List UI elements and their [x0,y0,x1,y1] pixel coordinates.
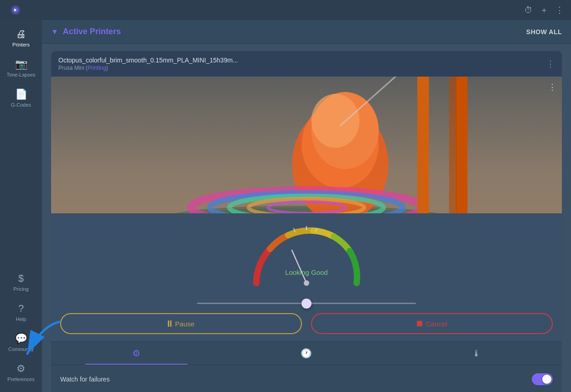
filter-icon: ▼ [51,28,58,36]
watch-failures-toggle[interactable] [532,373,553,385]
tab-bar: ⚙ 🕐 🌡 [51,341,562,365]
sidebar-item-timelapses[interactable]: 📷 Time-Lapses [3,54,39,82]
svg-line-21 [292,250,306,283]
progress-slider[interactable] [197,303,416,304]
pause-button[interactable]: Pause [60,313,302,334]
more-options-icon[interactable]: ⋮ [555,5,564,15]
sidebar-item-label: Time-Lapses [6,72,35,77]
pause-icon [168,320,171,327]
gauge-container: Looking Good [243,222,370,295]
gauge-svg: Looking Good [243,224,370,294]
svg-rect-17 [449,77,457,213]
pricing-icon: $ [18,273,24,284]
sidebar-item-label: Help [16,316,26,322]
main-content: ▼ Active Printers SHOW ALL Octopus_color… [42,20,571,392]
sidebar-bottom: $ Pricing ? Help 💬 Community ⚙ Preferenc… [0,268,42,392]
cancel-icon [417,321,422,326]
temp-tab-icon: 🌡 [472,348,481,359]
print-subtitle: Prusa Mini (Printing) [58,65,238,71]
svg-rect-14 [417,77,429,213]
tab-temp[interactable]: 🌡 [392,342,562,365]
active-printers-label: Active Printers [63,27,121,36]
cancel-label: Cancel [426,320,447,328]
sidebar-item-gcodes[interactable]: 📄 G-Codes [3,84,39,112]
sidebar-item-label: Preferences [7,377,34,382]
sidebar-item-pricing[interactable]: $ Pricing [3,268,39,296]
sidebar-item-label: Community [8,346,34,352]
sidebar-item-label: Pricing [13,286,29,292]
watch-failures-label: Watch for failures [60,376,109,383]
gcodes-icon: 📄 [15,88,27,100]
help-icon: ? [18,303,24,315]
show-all-button[interactable]: SHOW ALL [526,28,562,36]
svg-text:Looking Good: Looking Good [285,268,327,276]
community-icon: 💬 [15,333,27,345]
action-buttons: Pause Cancel [51,313,562,341]
printing-status[interactable]: Printing [88,65,106,71]
app-logo [7,2,24,18]
preferences-icon: ⚙ [16,363,26,375]
print-title: Octopus_colorful_brim_smooth_0.15mm_PLA_… [58,57,238,64]
sidebar-item-printers[interactable]: 🖨 Printers [3,24,39,52]
header-title: ▼ Active Printers [51,27,121,36]
image-more-icon[interactable]: ⋮ [548,82,556,92]
print-card-header: Octopus_colorful_brim_smooth_0.15mm_PLA_… [51,51,562,77]
svg-point-7 [311,94,360,148]
cancel-button[interactable]: Cancel [311,313,553,334]
sidebar-item-label: G-Codes [11,102,31,108]
sidebar-item-community[interactable]: 💬 Community [3,328,39,356]
svg-rect-13 [456,77,467,213]
header-bar: ▼ Active Printers SHOW ALL [42,20,571,44]
print-card-info: Octopus_colorful_brim_smooth_0.15mm_PLA_… [58,57,238,71]
svg-point-22 [304,280,309,286]
card-more-icon[interactable]: ⋮ [546,59,555,69]
top-bar: ⏱ ＋ ⋮ [0,0,571,20]
timelapses-icon: 📷 [15,58,27,70]
slider-thumb [301,299,311,309]
settings-tab-icon: ⚙ [132,348,140,359]
sidebar: 🖨 Printers 📷 Time-Lapses 📄 G-Codes $ Pri… [0,20,42,392]
settings-section: Watch for failures Pause on detected fai… [51,365,562,392]
tab-time[interactable]: 🕐 [221,342,391,365]
sidebar-item-help[interactable]: ? Help [3,298,39,326]
print-card: Octopus_colorful_brim_smooth_0.15mm_PLA_… [51,51,562,392]
sidebar-item-preferences[interactable]: ⚙ Preferences [3,358,39,387]
print-image-svg [51,77,562,213]
printers-icon: 🖨 [16,28,26,40]
time-tab-icon: 🕐 [301,348,312,359]
timer-icon[interactable]: ⏱ [524,5,533,15]
top-bar-actions: ⏱ ＋ ⋮ [524,5,564,15]
sidebar-item-label: Printers [12,42,30,47]
print-image-area: ⋮ [51,77,562,213]
add-icon[interactable]: ＋ [540,5,548,15]
printer-name: Prusa Mini [58,65,84,71]
gauge-area: Looking Good [51,213,562,313]
tab-settings[interactable]: ⚙ [51,342,221,365]
pause-label: Pause [175,320,195,328]
watch-failures-row: Watch for failures [51,365,562,392]
slider-track [197,303,416,304]
